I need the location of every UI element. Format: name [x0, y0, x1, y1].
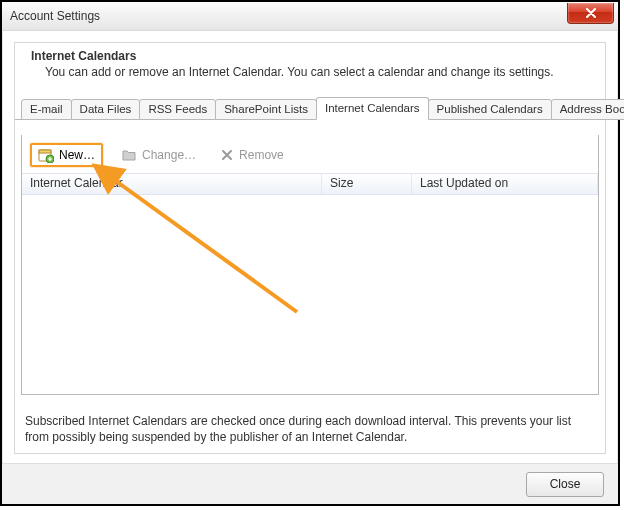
tab-strip: E-mail Data Files RSS Feeds SharePoint L…	[15, 97, 605, 120]
tab-data-files[interactable]: Data Files	[71, 99, 141, 120]
svg-rect-1	[39, 150, 51, 153]
titlebar: Account Settings	[2, 2, 618, 31]
remove-button-label: Remove	[239, 148, 284, 162]
close-icon	[585, 8, 597, 18]
change-button: Change…	[115, 145, 202, 165]
heading-subtitle: You can add or remove an Internet Calend…	[31, 63, 589, 79]
heading-block: Internet Calendars You can add or remove…	[15, 43, 605, 97]
tab-sharepoint-lists[interactable]: SharePoint Lists	[215, 99, 317, 120]
window-close-button[interactable]	[567, 3, 614, 24]
tab-address-books[interactable]: Address Books	[551, 99, 624, 120]
remove-button: Remove	[214, 146, 290, 164]
tab-published-calendars[interactable]: Published Calendars	[428, 99, 552, 120]
new-button[interactable]: New…	[30, 143, 103, 167]
grid-body[interactable]	[22, 195, 598, 335]
heading-title: Internet Calendars	[31, 49, 589, 63]
column-header-size[interactable]: Size	[322, 174, 412, 194]
tab-rss-feeds[interactable]: RSS Feeds	[139, 99, 216, 120]
tab-panel-internet-calendars: New… Change… Remove Internet Calendar	[21, 135, 599, 395]
grid-header: Internet Calendar Size Last Updated on	[22, 173, 598, 195]
remove-icon	[220, 148, 234, 162]
column-header-name[interactable]: Internet Calendar	[22, 174, 322, 194]
change-button-label: Change…	[142, 148, 196, 162]
new-button-label: New…	[59, 148, 95, 162]
window-title: Account Settings	[10, 9, 100, 23]
tab-email[interactable]: E-mail	[21, 99, 72, 120]
dialog-footer: Close	[2, 463, 618, 504]
change-folder-icon	[121, 147, 137, 163]
tab-internet-calendars[interactable]: Internet Calendars	[316, 97, 429, 120]
toolbar: New… Change… Remove	[22, 135, 598, 173]
account-settings-dialog: Account Settings Internet Calendars You …	[0, 0, 620, 506]
close-button[interactable]: Close	[526, 472, 604, 497]
dialog-content: Internet Calendars You can add or remove…	[14, 42, 606, 454]
new-calendar-icon	[38, 147, 54, 163]
column-header-last-updated[interactable]: Last Updated on	[412, 174, 598, 194]
info-note: Subscribed Internet Calendars are checke…	[21, 413, 599, 445]
